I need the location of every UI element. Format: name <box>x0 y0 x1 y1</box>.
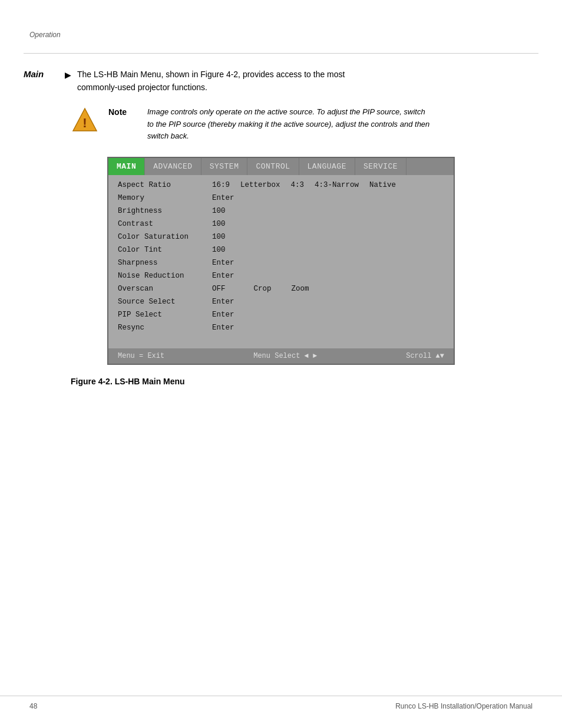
main-description: The LS-HB Main Menu, shown in Figure 4-2… <box>77 68 345 94</box>
row-label-resync: Resync <box>118 324 212 332</box>
page-footer: 48 Runco LS-HB Installation/Operation Ma… <box>0 696 562 710</box>
row-label-brightness: Brightness <box>118 207 212 215</box>
row-label-memory: Memory <box>118 194 212 202</box>
row-values-color-saturation: 100 <box>212 233 226 241</box>
menu-row-memory: Memory Enter <box>108 192 454 205</box>
menu-footer: Menu = Exit Menu Select ◄ ► Scroll ▲▼ <box>108 348 454 364</box>
warning-icon: ! <box>71 106 99 134</box>
row-values-aspect-ratio: 16:9 Letterbox 4:3 4:3-Narrow Native <box>212 181 396 189</box>
row-values-noise-reduction: Enter <box>212 272 234 280</box>
footer-center: Menu Select ◄ ► <box>253 352 317 360</box>
row-values-memory: Enter <box>212 194 234 202</box>
menu-screenshot: MAIN ADVANCED SYSTEM CONTROL LANGUAGE SE… <box>107 157 455 365</box>
svg-text:!: ! <box>82 116 87 130</box>
footer-page-number: 48 <box>29 702 37 710</box>
menu-row-source-select: Source Select Enter <box>108 295 454 308</box>
row-label-sharpness: Sharpness <box>118 259 212 267</box>
row-values-resync: Enter <box>212 324 234 332</box>
tab-system[interactable]: SYSTEM <box>201 158 248 175</box>
tab-language[interactable]: LANGUAGE <box>299 158 355 175</box>
row-label-noise-reduction: Noise Reduction <box>118 272 212 280</box>
tab-control[interactable]: CONTROL <box>247 158 299 175</box>
footer-left: Menu = Exit <box>118 352 164 360</box>
main-label: Main <box>24 68 59 79</box>
menu-row-noise-reduction: Noise Reduction Enter <box>108 269 454 282</box>
main-content: Main ▶ The LS-HB Main Menu, shown in Fig… <box>24 54 538 386</box>
footer-right: Scroll ▲▼ <box>406 352 444 360</box>
row-label-source-select: Source Select <box>118 298 212 306</box>
menu-row-brightness: Brightness 100 <box>108 205 454 218</box>
note-box: ! Note Image controls only operate on th… <box>71 106 538 143</box>
note-text: Image controls only operate on the activ… <box>147 106 430 143</box>
page-header-label: Operation <box>29 31 61 39</box>
menu-rows-container: Aspect Ratio 16:9 Letterbox 4:3 4:3-Narr… <box>108 175 454 348</box>
tab-main[interactable]: MAIN <box>108 158 145 175</box>
menu-row-sharpness: Sharpness Enter <box>108 256 454 269</box>
menu-spacer-row <box>108 334 454 345</box>
menu-tab-row: MAIN ADVANCED SYSTEM CONTROL LANGUAGE SE… <box>108 158 454 175</box>
row-label-color-saturation: Color Saturation <box>118 233 212 241</box>
row-label-contrast: Contrast <box>118 220 212 228</box>
row-values-color-tint: 100 <box>212 246 226 254</box>
row-label-overscan: Overscan <box>118 285 212 293</box>
row-values-source-select: Enter <box>212 298 234 306</box>
tab-advanced[interactable]: ADVANCED <box>145 158 201 175</box>
row-values-sharpness: Enter <box>212 259 234 267</box>
menu-row-color-saturation: Color Saturation 100 <box>108 230 454 243</box>
arrow-icon: ▶ <box>65 68 71 80</box>
row-label-pip-select: PIP Select <box>118 311 212 319</box>
row-label-aspect-ratio: Aspect Ratio <box>118 181 212 189</box>
main-section: Main ▶ The LS-HB Main Menu, shown in Fig… <box>24 68 538 94</box>
note-label: Note <box>108 106 138 117</box>
row-values-pip-select: Enter <box>212 311 234 319</box>
menu-row-contrast: Contrast 100 <box>108 218 454 230</box>
menu-row-resync: Resync Enter <box>108 321 454 334</box>
row-values-overscan: OFF Crop Zoom <box>212 285 309 293</box>
menu-row-overscan: Overscan OFF Crop Zoom <box>108 282 454 295</box>
row-label-color-tint: Color Tint <box>118 246 212 254</box>
row-values-brightness: 100 <box>212 207 226 215</box>
menu-row-aspect-ratio: Aspect Ratio 16:9 Letterbox 4:3 4:3-Narr… <box>108 179 454 192</box>
menu-row-color-tint: Color Tint 100 <box>108 243 454 256</box>
row-values-contrast: 100 <box>212 220 226 228</box>
figure-caption: Figure 4-2. LS-HB Main Menu <box>71 377 538 386</box>
footer-manual-title: Runco LS-HB Installation/Operation Manua… <box>395 702 533 710</box>
menu-row-pip-select: PIP Select Enter <box>108 308 454 321</box>
tab-service[interactable]: SERVICE <box>355 158 406 175</box>
